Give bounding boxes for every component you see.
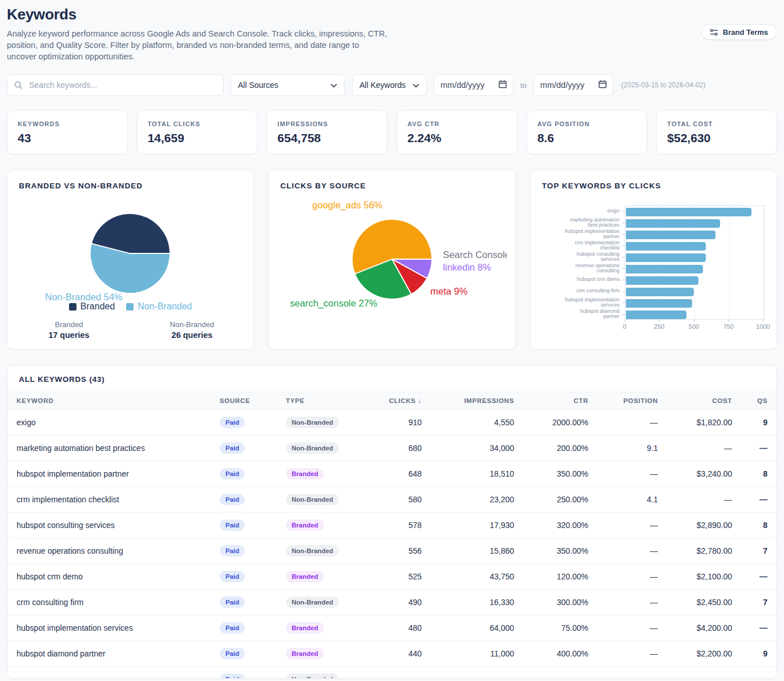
pie-slice-label-search-console: search_console 27% [290,298,377,309]
cell-ctr: 2000.00% [523,409,597,435]
page-description: Analyze keyword performance across Googl… [7,28,390,62]
table-row[interactable]: hubspot diamond partnerPaidBranded44011,… [7,640,777,666]
cell-position: — [597,615,667,640]
bar-marketing automation best practices[interactable] [626,219,720,228]
axis-tick [622,280,625,280]
cell-quality-score [741,666,777,679]
top-keywords-card: TOP KEYWORDS BY CLICKS exigomarketing au… [530,170,777,349]
bar-revenue operations consulting[interactable] [626,265,703,273]
table-row[interactable]: hubspot consulting servicesPaidBranded57… [7,512,777,538]
date-to-input[interactable]: mm/dd/yyyy [534,74,613,96]
sources-select[interactable]: All Sources [231,74,345,96]
sources-select-value: All Sources [238,80,278,90]
bar-plot-area [625,205,765,320]
table-row[interactable]: marketing automation best practicesPaidN… [7,435,777,461]
col-header-type[interactable]: TYPE [277,392,362,409]
cell-keyword: hubspot diamond partner [7,640,211,666]
col-header-qs[interactable]: QS [741,392,777,409]
cell-cost: $2,100.00 [667,563,741,589]
col-header-cost[interactable]: COST [667,392,741,409]
date-from-input[interactable]: mm/dd/yyyy [434,74,514,96]
bar-category-label: hubspot crm demo [531,277,620,283]
cell-position: — [597,563,667,589]
cell-quality-score: 7 [741,538,777,563]
stat-value: 654,758 [277,131,377,145]
col-header-impressions[interactable]: IMPRESSIONS [431,392,523,409]
cell-keyword: crm implementation checklist [7,486,211,512]
keyword-type-select[interactable]: All Keywords [352,74,427,96]
bar-crm consulting firm[interactable] [626,288,694,296]
cell-ctr: 350.00% [523,461,597,486]
legend-label: Non-Branded [138,301,192,312]
cell-keyword: hubspot implementation partner [7,461,211,486]
cell-position [597,666,667,679]
cell-quality-score: 8 [741,512,777,538]
table-row[interactable]: hubspot implementation partnerPaidBrande… [7,461,777,486]
cell-cost: $2,450.00 [667,589,741,615]
cell-type: Non-Branded [277,666,362,679]
bar-crm implementation checklist[interactable] [626,242,706,251]
cell-impressions: 64,000 [431,615,523,640]
cell-source: Paid [211,435,277,461]
col-header-clicks-sorted[interactable]: CLICKS ↓ [362,392,431,409]
pie-legend: Branded Non-Branded [7,301,253,312]
bar-category-label: revenue operationsconsulting [531,263,620,274]
gridline [729,206,730,319]
cell-quality-score: — [741,486,777,512]
gridline [763,206,764,319]
cell-impressions: 16,330 [431,589,523,615]
cell-clicks: 525 [362,563,431,589]
cell-position: — [597,461,667,486]
cell-cost [667,666,741,679]
legend-item-branded[interactable]: Branded [69,301,115,312]
search-icon [14,80,23,92]
table-row[interactable]: crm consulting firmPaidNon-Branded49016,… [7,589,777,615]
col-header-source[interactable]: SOURCE [211,392,277,409]
cell-impressions: 4,550 [431,409,523,435]
cell-ctr: 200.00% [523,435,597,461]
stat-value: 43 [18,131,117,145]
cell-type: Non-Branded [277,486,362,512]
col-header-keyword[interactable]: KEYWORD [7,392,211,409]
table-row-partial[interactable]: PaidNon-Branded [7,666,777,679]
table-row[interactable]: exigoPaidNon-Branded9104,5502000.00%—$1,… [7,409,777,435]
source-badge: Paid [220,417,245,428]
cell-cost: — [667,435,741,461]
cell-keyword: crm consulting firm [7,589,211,615]
legend-item-non-branded[interactable]: Non-Branded [126,301,192,312]
brand-terms-button[interactable]: Brand Terms [701,24,777,40]
stat-label: KEYWORDS [18,120,117,127]
chart-title: CLICKS BY SOURCE [280,182,503,190]
col-header-position[interactable]: POSITION [597,392,667,409]
cell-clicks: 680 [362,435,431,461]
table-row[interactable]: hubspot crm demoPaidBranded52543,750120.… [7,563,777,589]
cell-source: Paid [211,409,277,435]
cell-source: Paid [211,461,277,486]
search-input[interactable] [7,74,224,96]
chart-title: BRANDED VS NON-BRANDED [19,182,242,190]
cell-type: Non-Branded [277,409,362,435]
table-row[interactable]: revenue operations consultingPaidNon-Bra… [7,538,777,563]
table-row[interactable]: crm implementation checklistPaidNon-Bran… [7,486,777,512]
cell-keyword: exigo [7,409,211,435]
bar-hubspot diamond partner[interactable] [626,311,687,319]
table-row[interactable]: hubspot implementation servicesPaidBrand… [7,615,777,640]
bar-hubspot implementation services[interactable] [626,299,692,308]
bar-hubspot crm demo[interactable] [626,276,698,285]
cell-ctr: 75.00% [523,615,597,640]
keywords-page: Keywords Analyze keyword performance acr… [0,0,784,681]
source-badge: Paid [220,674,245,679]
bar-hubspot consulting services[interactable] [626,253,706,262]
bar-hubspot implementation partner[interactable] [626,231,716,239]
stat-label: Non-Branded [131,320,254,329]
table-header-row: KEYWORD SOURCE TYPE CLICKS ↓ IMPRESSIONS… [7,392,777,409]
cell-cost: $4,200.00 [667,615,741,640]
col-header-ctr[interactable]: CTR [523,392,597,409]
cell-type: Non-Branded [277,589,362,615]
bar-exigo[interactable] [626,208,752,216]
filter-bar: All Sources All Keywords mm/dd/yyyy to m… [7,74,777,96]
cell-keyword: hubspot consulting services [7,512,211,538]
cell-impressions: 34,000 [431,435,523,461]
cell-ctr [523,666,597,679]
stat-card-total-cost: TOTAL COST $52,630 [656,110,777,154]
